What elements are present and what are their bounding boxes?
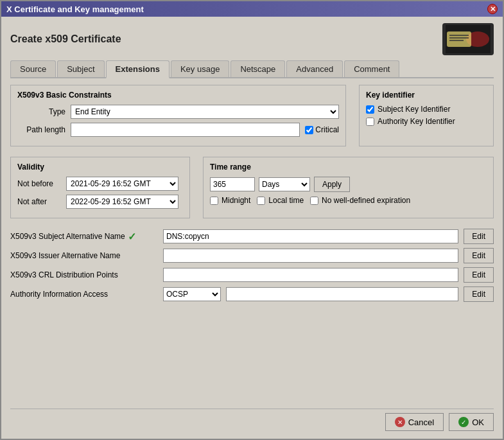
validity-box: Validity Not before 2021-05-29 16:52 GMT… <box>10 157 190 218</box>
san-input-1[interactable] <box>163 249 458 263</box>
san-row-3: Authority Information Access OCSP CA Iss… <box>10 286 494 302</box>
path-length-input[interactable] <box>71 123 300 137</box>
san-check-0: ✓ <box>128 231 136 243</box>
local-time-checkbox[interactable] <box>257 197 265 205</box>
local-time-row: Local time <box>257 196 304 205</box>
window-content: Create x509 Certificate Source Subject E… <box>1 17 503 439</box>
san-row-0: X509v3 Subject Alternative Name ✓ Edit <box>10 229 494 244</box>
subject-key-checkbox[interactable] <box>366 105 374 114</box>
cancel-icon: ✕ <box>395 417 405 427</box>
tabs-row: Source Subject Extensions Key usage Nets… <box>10 60 494 78</box>
authority-key-checkbox[interactable] <box>366 118 374 126</box>
type-row: Type End Entity CA <box>17 105 339 119</box>
unit-select[interactable]: Days Weeks Months Years <box>259 177 310 191</box>
tab-extensions[interactable]: Extensions <box>106 60 169 78</box>
constraints-title: X509v3 Basic Constraints <box>17 91 339 100</box>
validity-section: Validity Not before 2021-05-29 16:52 GMT… <box>10 157 494 218</box>
close-button[interactable]: ✕ <box>487 4 498 14</box>
tab-key-usage[interactable]: Key usage <box>171 60 229 77</box>
window-title: X Certificate and Key management <box>6 4 144 14</box>
constraints-box: X509v3 Basic Constraints Type End Entity… <box>10 85 346 146</box>
main-body: X509v3 Basic Constraints Type End Entity… <box>10 85 494 432</box>
ok-button[interactable]: ✓ OK <box>449 413 494 431</box>
not-after-row: Not after 2022-05-29 16:52 GMT <box>17 195 183 209</box>
san-section: X509v3 Subject Alternative Name ✓ Edit X… <box>10 229 494 302</box>
not-before-select[interactable]: 2021-05-29 16:52 GMT <box>66 177 178 191</box>
tab-source[interactable]: Source <box>10 60 56 77</box>
san-input-3[interactable] <box>226 287 458 301</box>
tab-netscape[interactable]: Netscape <box>230 60 285 77</box>
path-length-label: Path length <box>17 125 65 134</box>
cancel-button[interactable]: ✕ Cancel <box>385 413 444 431</box>
no-expiration-checkbox[interactable] <box>310 197 318 205</box>
san-edit-2[interactable]: Edit <box>464 267 494 283</box>
cancel-label: Cancel <box>408 418 434 427</box>
no-expiration-label: No well-defined expiration <box>322 196 410 205</box>
critical-checkbox[interactable] <box>305 126 313 134</box>
ok-label: OK <box>472 418 484 427</box>
type-select[interactable]: End Entity CA <box>71 105 339 119</box>
range-input[interactable] <box>210 177 255 191</box>
not-after-label: Not after <box>17 197 62 206</box>
midnight-row: Midnight <box>210 196 250 205</box>
title-bar: X Certificate and Key management ✕ <box>1 1 503 17</box>
path-length-row: Path length Critical <box>17 123 339 137</box>
no-expiration-row: No well-defined expiration <box>310 196 410 205</box>
tab-advanced[interactable]: Advanced <box>286 60 343 77</box>
san-label-3: Authority Information Access <box>10 290 158 299</box>
san-label-0: X509v3 Subject Alternative Name ✓ <box>10 231 158 243</box>
not-after-select[interactable]: 2022-05-29 16:52 GMT <box>66 195 178 209</box>
time-range-box: Time range Days Weeks Months Years Apply <box>203 157 494 218</box>
critical-check: Critical <box>305 125 339 134</box>
san-row-2: X509v3 CRL Distribution Points Edit <box>10 267 494 283</box>
authority-key-label: Authority Key Identifier <box>378 117 455 126</box>
san-edit-3[interactable]: Edit <box>464 286 494 302</box>
top-section: X509v3 Basic Constraints Type End Entity… <box>10 85 494 146</box>
type-label: Type <box>17 107 65 116</box>
ok-icon: ✓ <box>458 417 469 427</box>
main-window: X Certificate and Key management ✕ Creat… <box>0 0 504 440</box>
san-input-0[interactable] <box>163 229 458 243</box>
logo <box>442 23 494 55</box>
san-label-1: X509v3 Issuer Alternative Name <box>10 251 158 260</box>
tab-comment[interactable]: Comment <box>344 60 399 77</box>
time-options: Midnight Local time No well-defined expi… <box>210 196 487 208</box>
page-title: Create x509 Certificate <box>10 33 121 45</box>
key-identifier-title: Key identifier <box>366 91 487 100</box>
san-row-1: X509v3 Issuer Alternative Name Edit <box>10 248 494 263</box>
local-time-label: Local time <box>268 196 304 205</box>
san-input-2[interactable] <box>163 268 458 282</box>
critical-label: Critical <box>315 125 339 134</box>
window-header: Create x509 Certificate <box>10 23 494 55</box>
key-identifier-box: Key identifier Subject Key Identifier Au… <box>359 85 494 146</box>
san-edit-0[interactable]: Edit <box>464 229 494 244</box>
svg-rect-2 <box>447 31 471 47</box>
subject-key-label: Subject Key Identifier <box>378 105 450 114</box>
apply-button[interactable]: Apply <box>314 177 350 192</box>
san-edit-1[interactable]: Edit <box>464 248 494 263</box>
tab-subject[interactable]: Subject <box>57 60 104 77</box>
not-before-row: Not before 2021-05-29 16:52 GMT <box>17 177 183 191</box>
subject-key-row: Subject Key Identifier <box>366 105 487 114</box>
midnight-label: Midnight <box>222 196 250 205</box>
san-label-2: X509v3 CRL Distribution Points <box>10 270 158 279</box>
not-before-label: Not before <box>17 179 62 188</box>
validity-title: Validity <box>17 163 183 172</box>
midnight-checkbox[interactable] <box>210 197 218 205</box>
authority-key-row: Authority Key Identifier <box>366 117 487 126</box>
time-range-title: Time range <box>210 163 487 172</box>
aia-select[interactable]: OCSP CA Issuers <box>163 287 221 301</box>
bottom-bar: ✕ Cancel ✓ OK <box>10 409 494 432</box>
time-range-controls: Days Weeks Months Years Apply <box>210 177 487 192</box>
